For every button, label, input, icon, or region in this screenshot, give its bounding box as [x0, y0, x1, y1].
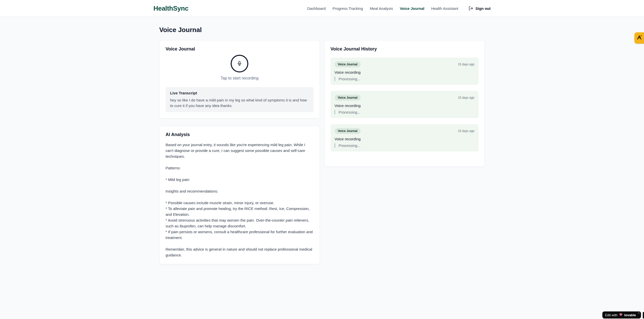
live-transcript-title: Live Transcript [170, 91, 309, 95]
history-list: Voice Journal 15 days ago Voice recordin… [331, 58, 479, 151]
entry-status: Processing... [335, 110, 475, 114]
side-attribution-badge[interactable] [634, 32, 644, 44]
entry-type-badge: Voice Journal [335, 95, 361, 101]
history-entry: Voice Journal 15 days ago Voice recordin… [331, 58, 479, 85]
ai-analysis-body: Based on your journal entry, it sounds l… [166, 142, 314, 258]
entry-title: Voice recording [335, 137, 475, 141]
nav-item-dashboard[interactable]: Dashboard [307, 6, 326, 11]
edit-with-lovable-badge[interactable]: Edit with lovable × [602, 311, 641, 318]
entry-timestamp: 15 days ago [458, 63, 474, 66]
entry-timestamp: 15 days ago [458, 96, 474, 99]
entry-title: Voice recording [335, 103, 475, 108]
entry-title: Voice recording [335, 70, 475, 74]
sign-out-label: Sign out [475, 6, 491, 11]
a-logo-icon [637, 35, 642, 41]
entry-timestamp: 15 days ago [458, 129, 474, 133]
voice-recorder-card: Voice Journal Tap to start recordin [159, 40, 320, 119]
main-nav: Dashboard Progress Tracking Meal Analysi… [307, 6, 491, 11]
heart-icon [619, 313, 623, 317]
entry-type-badge: Voice Journal [335, 128, 361, 134]
sign-out-button[interactable]: Sign out [469, 6, 491, 11]
lovable-brand-label: lovable [624, 313, 636, 317]
main-content: Voice Journal Voice Journal [159, 17, 485, 264]
recorder-card-title: Voice Journal [166, 46, 314, 52]
nav-item-voice-journal[interactable]: Voice Journal [400, 6, 424, 11]
entry-status: Processing... [335, 143, 475, 148]
corner-badge-sliver [643, 312, 644, 318]
nav-item-progress-tracking[interactable]: Progress Tracking [333, 6, 363, 11]
live-transcript-text: hey so like I do have a mild pain in my … [170, 97, 309, 109]
record-button[interactable] [231, 55, 248, 72]
ai-analysis-title: AI Analysis [166, 132, 314, 137]
history-entry: Voice Journal 15 days ago Voice recordin… [331, 91, 479, 118]
edit-with-label: Edit with [605, 313, 618, 317]
entry-status: Processing... [335, 77, 475, 81]
page-title: Voice Journal [159, 26, 485, 34]
history-entry: Voice Journal 15 days ago Voice recordin… [331, 124, 479, 151]
logout-icon [469, 6, 473, 11]
live-transcript-box: Live Transcript hey so like I do have a … [166, 87, 314, 112]
ai-analysis-card: AI Analysis Based on your journal entry,… [159, 126, 320, 264]
nav-item-health-assistant[interactable]: Health Assistant [431, 6, 458, 11]
brand-logo[interactable]: HealthSync [153, 5, 189, 12]
tap-to-record-hint: Tap to start recording [166, 76, 314, 81]
voice-journal-history-card: Voice Journal History Voice Journal 15 d… [324, 40, 485, 167]
nav-item-meal-analysis[interactable]: Meal Analysis [370, 6, 393, 11]
header: HealthSync Dashboard Progress Tracking M… [0, 0, 644, 17]
close-icon[interactable]: × [638, 312, 640, 314]
history-card-title: Voice Journal History [331, 46, 479, 52]
microphone-icon [237, 61, 242, 67]
entry-type-badge: Voice Journal [335, 61, 361, 67]
